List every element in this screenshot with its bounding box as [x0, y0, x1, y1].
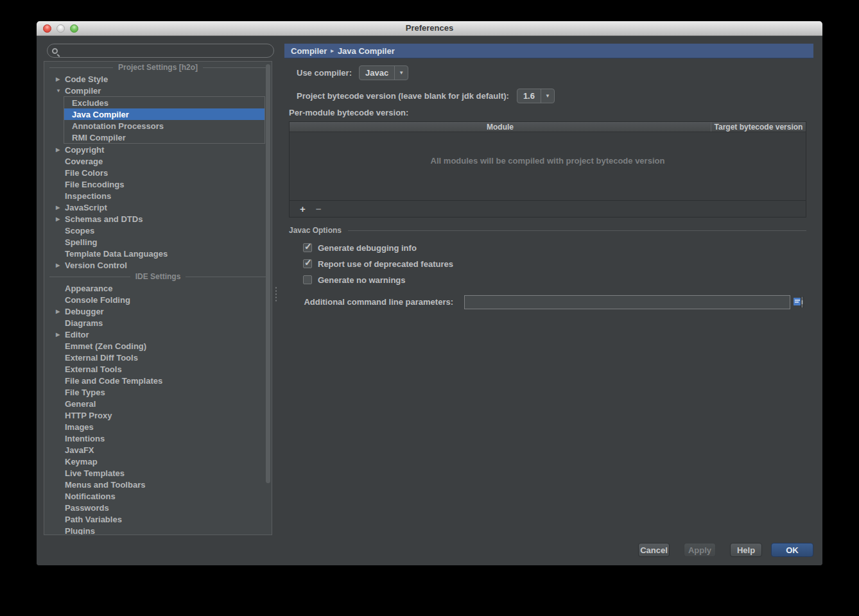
remove-row-button[interactable]: −	[316, 204, 322, 214]
sidebar-item-file-and-code-templates[interactable]: File and Code Templates	[44, 375, 272, 386]
settings-search-field[interactable]	[47, 44, 274, 58]
compiler-select[interactable]: Javac ▼	[359, 65, 408, 80]
sidebar-item-file-types[interactable]: File Types	[44, 386, 272, 398]
splitter-grip[interactable]	[275, 286, 277, 303]
sidebar-item-file-encodings[interactable]: File Encodings	[44, 178, 272, 190]
chevron-right-icon[interactable]: ▶	[56, 216, 65, 222]
sidebar-item-editor[interactable]: ▶Editor	[44, 329, 272, 340]
sidebar-item-label: File Types	[65, 388, 105, 397]
sidebar-item-live-templates[interactable]: Live Templates	[44, 467, 272, 479]
sidebar-item-coverage[interactable]: Coverage	[44, 155, 272, 167]
sidebar-item-java-compiler[interactable]: Java Compiler	[64, 108, 265, 120]
javac-options-label: Javac Options	[289, 226, 348, 235]
sidebar-item-label: File Colors	[65, 168, 108, 178]
chevron-right-icon[interactable]: ▶	[56, 147, 65, 153]
sidebar-item-external-tools[interactable]: External Tools	[44, 363, 272, 375]
sidebar-item-general[interactable]: General	[44, 398, 272, 409]
cancel-button[interactable]: Cancel	[638, 543, 670, 557]
sidebar-scrollbar[interactable]	[266, 64, 270, 483]
sidebar-item-diagrams[interactable]: Diagrams	[44, 317, 272, 329]
sidebar-item-external-diff-tools[interactable]: External Diff Tools	[44, 352, 272, 363]
module-column-header[interactable]: Module	[290, 122, 711, 132]
ok-button[interactable]: OK	[771, 543, 813, 557]
sidebar-item-label: Code Style	[65, 74, 108, 84]
sidebar-item-compiler[interactable]: ▼Compiler	[44, 85, 272, 96]
sidebar-item-file-colors[interactable]: File Colors	[44, 167, 272, 178]
checkbox-generate-debugging-info[interactable]	[303, 243, 312, 252]
sidebar-item-label: Intentions	[65, 434, 105, 443]
sidebar-item-images[interactable]: Images	[44, 421, 272, 432]
expand-editor-icon[interactable]	[794, 296, 804, 308]
title-bar[interactable]: Preferences	[37, 21, 822, 36]
sidebar-item-excludes[interactable]: Excludes	[64, 97, 265, 108]
chevron-right-icon[interactable]: ▶	[56, 309, 65, 314]
sidebar-item-copyright[interactable]: ▶Copyright	[44, 144, 272, 155]
chevron-down-icon[interactable]: ▼	[56, 88, 65, 94]
sidebar-item-spelling[interactable]: Spelling	[44, 236, 272, 248]
sidebar-item-code-style[interactable]: ▶Code Style	[44, 73, 272, 85]
sidebar-item-annotation-processors[interactable]: Annotation Processors	[64, 120, 265, 132]
preferences-window: Preferences Project Settings [h2o]▶Code …	[37, 21, 822, 565]
per-module-table[interactable]: Module Target bytecode version All modul…	[289, 121, 806, 218]
chevron-right-icon[interactable]: ▶	[56, 76, 65, 82]
additional-params-row: Additional command line parameters:	[306, 295, 822, 309]
table-toolbar: + −	[290, 200, 806, 217]
java-compiler-pane: Compiler ▸ Java Compiler Use compiler: J…	[281, 36, 822, 565]
sidebar-item-label: JavaScript	[65, 203, 107, 212]
sidebar-item-emmet-zen-coding[interactable]: Emmet (Zen Coding)	[44, 340, 272, 352]
option-row-generate-no-warnings: Generate no warnings	[303, 274, 406, 286]
chevron-right-icon[interactable]: ▶	[56, 205, 65, 210]
sidebar-item-label: Emmet (Zen Coding)	[65, 341, 146, 351]
sidebar-item-javafx[interactable]: JavaFX	[44, 444, 272, 456]
sidebar-item-scopes[interactable]: Scopes	[44, 225, 272, 236]
sidebar-item-keymap[interactable]: Keymap	[44, 456, 272, 467]
target-version-column-header[interactable]: Target bytecode version	[711, 122, 806, 132]
sidebar-item-inspections[interactable]: Inspections	[44, 190, 272, 201]
bytecode-version-value: 1.6	[517, 89, 541, 103]
sidebar-item-appearance[interactable]: Appearance	[44, 282, 272, 294]
sidebar-item-label: Notifications	[65, 492, 116, 501]
additional-params-label: Additional command line parameters:	[304, 297, 453, 307]
javac-options-separator: Javac Options	[289, 225, 806, 235]
chevron-right-icon[interactable]: ▶	[56, 262, 65, 268]
sidebar-item-javascript[interactable]: ▶JavaScript	[44, 201, 272, 213]
sidebar-item-label: Passwords	[65, 503, 109, 513]
sidebar-item-schemas-and-dtds[interactable]: ▶Schemas and DTDs	[44, 213, 272, 225]
breadcrumb-current: Java Compiler	[338, 46, 395, 56]
bytecode-version-label: Project bytecode version (leave blank fo…	[297, 91, 509, 101]
sidebar-item-console-folding[interactable]: Console Folding	[44, 294, 272, 305]
sidebar-item-rmi-compiler[interactable]: RMI Compiler	[64, 132, 265, 143]
checkbox-report-use-of-deprecated-features[interactable]	[303, 259, 312, 268]
sidebar-item-label: Keymap	[65, 457, 98, 466]
sidebar-item-version-control[interactable]: ▶Version Control	[44, 259, 272, 271]
add-row-button[interactable]: +	[300, 204, 306, 214]
sidebar-item-label: Copyright	[65, 145, 104, 155]
option-row-report-use-of-deprecated-features: Report use of deprecated features	[303, 258, 453, 270]
close-button[interactable]	[43, 24, 51, 33]
additional-params-input[interactable]	[464, 295, 790, 309]
zoom-button[interactable]	[70, 24, 78, 33]
help-button[interactable]: Help	[730, 543, 762, 557]
chevron-down-icon[interactable]: ▼	[541, 89, 554, 103]
bytecode-version-select[interactable]: 1.6 ▼	[517, 89, 555, 103]
sidebar-item-menus-and-toolbars[interactable]: Menus and Toolbars	[44, 479, 272, 490]
sidebar-item-label: Excludes	[72, 98, 108, 108]
sidebar-item-passwords[interactable]: Passwords	[44, 502, 272, 513]
breadcrumb-parent[interactable]: Compiler	[291, 46, 327, 56]
search-input[interactable]	[58, 46, 273, 56]
sidebar-item-intentions[interactable]: Intentions	[44, 432, 272, 444]
sidebar-item-debugger[interactable]: ▶Debugger	[44, 305, 272, 317]
minimize-button[interactable]	[56, 24, 65, 33]
dialog-buttons: Cancel Apply Help OK	[638, 543, 813, 557]
sidebar-item-http-proxy[interactable]: HTTP Proxy	[44, 409, 272, 421]
sidebar-item-path-variables[interactable]: Path Variables	[44, 513, 272, 525]
sidebar-item-label: Images	[65, 422, 94, 432]
sidebar-item-notifications[interactable]: Notifications	[44, 490, 272, 502]
checkbox-generate-no-warnings[interactable]	[303, 275, 312, 284]
table-header: Module Target bytecode version	[290, 122, 806, 132]
apply-button[interactable]: Apply	[684, 543, 716, 557]
sidebar-item-plugins[interactable]: Plugins	[44, 525, 272, 535]
chevron-down-icon[interactable]: ▼	[394, 66, 408, 80]
chevron-right-icon[interactable]: ▶	[56, 332, 65, 338]
sidebar-item-template-data-languages[interactable]: Template Data Languages	[44, 248, 272, 259]
